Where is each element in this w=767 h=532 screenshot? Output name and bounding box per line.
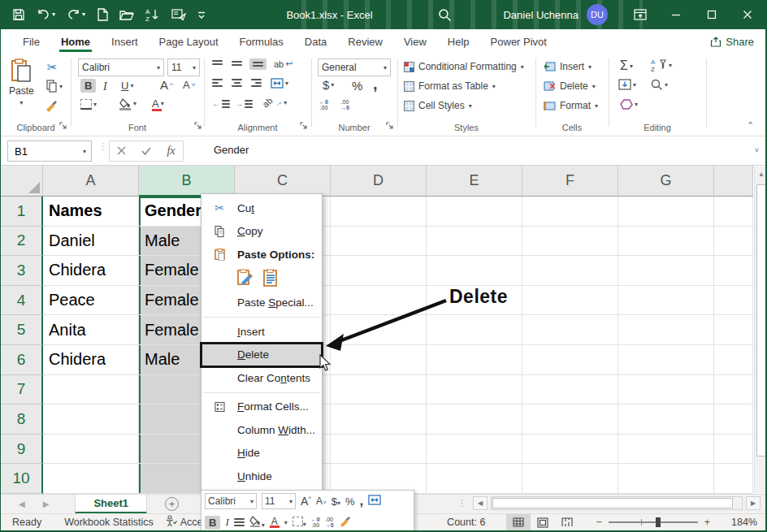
menu-item-column-width[interactable]: Column Width... (202, 418, 322, 442)
cell-E8[interactable] (427, 404, 522, 435)
cell-D2[interactable] (331, 227, 427, 257)
cell-F9[interactable] (522, 435, 618, 465)
cell-G8[interactable] (618, 404, 714, 435)
menu-item-cut[interactable]: ✂Cut (202, 197, 322, 220)
undo-button[interactable]: ▾ (37, 9, 55, 21)
cell-G7[interactable] (618, 375, 714, 405)
cell-E2[interactable] (427, 227, 522, 257)
cell-F2[interactable] (522, 227, 618, 257)
cell-styles-button[interactable]: Cell Styles▾ (404, 100, 472, 111)
mini-font-color-caret-icon[interactable]: ▾ (284, 519, 288, 526)
sheet-nav-left-icon[interactable]: ◀ (19, 500, 25, 508)
cell-A8[interactable] (43, 404, 139, 435)
mini-percent-button[interactable]: % (345, 495, 355, 508)
horizontal-scroll-thumb[interactable] (492, 498, 733, 508)
cell-F6[interactable] (522, 345, 618, 375)
mini-font-color-button[interactable]: A (270, 517, 280, 528)
sort-filter-button[interactable]: AZ▾ (651, 58, 672, 71)
fill-color-button[interactable]: ▾ (119, 98, 136, 108)
save-icon[interactable] (12, 8, 25, 21)
clear-button[interactable]: ▾ (620, 99, 638, 110)
mini-format-painter-button[interactable] (339, 515, 351, 530)
scroll-right-icon[interactable]: ▶ (746, 496, 760, 510)
cell-A9[interactable] (43, 435, 139, 465)
menu-item-insert[interactable]: Insert (202, 320, 322, 344)
tab-help[interactable]: Help (437, 29, 480, 54)
cell-A4[interactable]: Peace (43, 286, 139, 316)
cell-A1[interactable]: Names (43, 197, 139, 227)
decrease-indent-button[interactable]: ← (212, 99, 230, 108)
horizontal-scroll-track[interactable] (491, 496, 743, 510)
zoom-level[interactable]: 184% (718, 517, 757, 528)
menu-item-format-cells[interactable]: Format Cells... (202, 396, 322, 419)
grow-font-button[interactable]: A^ (160, 78, 173, 92)
cell-E6[interactable] (427, 345, 522, 375)
cell-E10[interactable] (427, 464, 522, 494)
column-header-B[interactable]: B (139, 166, 235, 197)
workbook-statistics[interactable]: Workbook Statistics (53, 517, 165, 528)
cell-E9[interactable] (427, 435, 522, 465)
row-header-7[interactable]: 7 (1, 375, 43, 405)
mini-increase-decimal-button[interactable]: ←0.00 (311, 517, 320, 528)
select-all-corner[interactable] (1, 166, 43, 197)
column-header-F[interactable]: F (522, 166, 618, 197)
mini-currency-button[interactable]: $▾ (332, 495, 340, 508)
increase-decimal-button[interactable]: ←0.00 (319, 99, 328, 110)
ribbon-display-options-icon[interactable] (622, 0, 658, 29)
zoom-slider[interactable]: −+ (596, 517, 710, 528)
fill-button[interactable]: ▾ (618, 79, 636, 90)
accessibility-status[interactable]: Accessibil (180, 517, 201, 528)
cell-D1[interactable] (331, 197, 427, 227)
enter-icon[interactable] (141, 144, 151, 158)
mini-borders-button[interactable] (234, 518, 245, 526)
name-box[interactable]: B1▾ (7, 141, 92, 162)
cut-button[interactable]: ✂ (47, 60, 58, 75)
expand-formula-bar-icon[interactable]: ˅ (755, 146, 759, 154)
cell-F10[interactable] (522, 464, 618, 494)
tab-review[interactable]: Review (337, 29, 393, 54)
paste-button[interactable]: Paste ▾ (9, 58, 34, 106)
cell-F5[interactable] (522, 315, 618, 345)
cell-H9[interactable] (714, 435, 753, 465)
borders-button[interactable]: ▾ (80, 99, 97, 110)
tab-formulas[interactable]: Formulas (229, 29, 294, 54)
tab-data[interactable]: Data (294, 29, 337, 54)
page-layout-view-button[interactable] (531, 514, 555, 531)
mini-shrink-font-button[interactable]: A˅ (316, 495, 327, 507)
row-header-1[interactable]: 1 (1, 197, 43, 227)
format-as-table-button[interactable]: Format as Table▾ (404, 80, 496, 92)
cell-H10[interactable] (714, 464, 753, 494)
orientation-button[interactable]: ab→▾ (262, 97, 287, 107)
cell-H7[interactable] (714, 375, 753, 405)
column-header-D[interactable]: D (331, 166, 427, 197)
count-indicator[interactable]: Count: 6 (447, 517, 485, 528)
alignment-dialog-launcher-icon[interactable] (300, 121, 308, 132)
mini-font-size-combo[interactable]: 11▾ (262, 493, 296, 509)
increase-indent-button[interactable]: → (235, 99, 253, 108)
cell-A6[interactable]: Chidera (43, 345, 139, 375)
row-header-3[interactable]: 3 (1, 256, 43, 286)
wrap-text-button[interactable]: ab↩ (274, 58, 292, 69)
close-button[interactable] (730, 0, 765, 29)
autosum-button[interactable]: Σ▾ (620, 58, 633, 73)
scroll-left-icon[interactable]: ◀ (473, 496, 488, 510)
column-header-partial[interactable] (714, 166, 753, 197)
merge-center-button[interactable]: ▾ (271, 78, 288, 89)
new-sheet-icon[interactable]: + (165, 497, 179, 511)
mini-bold-button[interactable]: B (205, 516, 220, 530)
menu-item-paste-special[interactable]: Paste Special... (202, 292, 322, 315)
cell-E7[interactable] (427, 375, 522, 405)
mini-font-name-combo[interactable]: Calibri▾ (205, 493, 257, 509)
vertical-scroll-thumb[interactable] (756, 184, 766, 456)
cell-H6[interactable] (714, 345, 753, 375)
share-button[interactable]: Share (710, 36, 754, 48)
align-bottom-button[interactable] (249, 58, 266, 70)
mini-grow-font-button[interactable]: A^ (301, 495, 311, 508)
maximize-button[interactable] (694, 0, 730, 29)
redo-button[interactable]: ▾ (67, 9, 85, 21)
cell-H3[interactable] (714, 256, 753, 286)
paste-keep-formatting-icon[interactable] (237, 269, 254, 289)
cell-D9[interactable] (331, 435, 427, 465)
cell-G1[interactable] (618, 197, 714, 227)
row-header-8[interactable]: 8 (1, 404, 43, 435)
